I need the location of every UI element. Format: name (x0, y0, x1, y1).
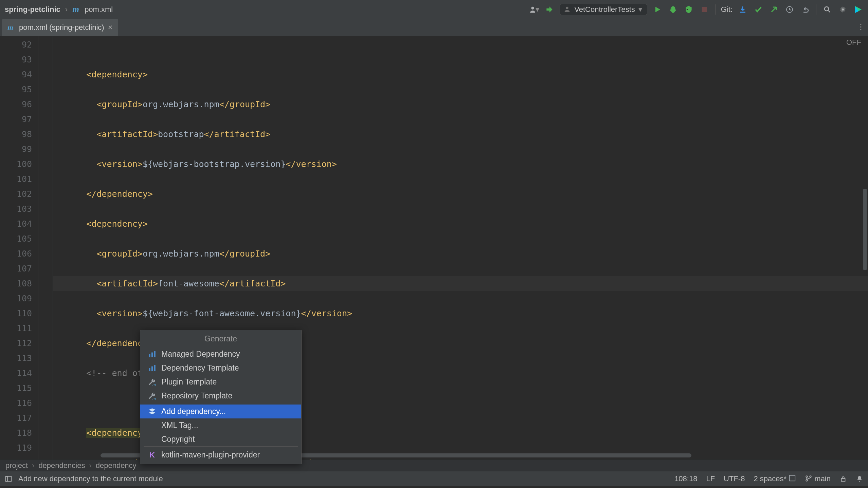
tool-window-icon[interactable] (5, 475, 12, 483)
jetbrains-logo-icon[interactable] (853, 4, 863, 15)
coverage-icon[interactable] (683, 4, 694, 15)
separator (816, 4, 816, 15)
svg-rect-9 (149, 368, 150, 371)
git-commit-icon[interactable] (753, 4, 764, 15)
line-separator[interactable]: LF (706, 474, 715, 483)
crumb[interactable]: dependency (96, 461, 137, 470)
chevron-right-icon: › (65, 5, 68, 14)
popup-item-dependency-template[interactable]: Dependency Template (140, 361, 301, 375)
lock-icon[interactable] (839, 475, 847, 483)
svg-rect-1 (702, 7, 707, 12)
stack-icon (148, 407, 157, 416)
svg-rect-10 (151, 366, 153, 371)
status-bar: Add new dependency to the current module… (0, 471, 868, 486)
fold-gutter[interactable] (35, 36, 53, 459)
editor-tabs: m pom.xml (spring-petclinic) ✕ ⋮ (0, 19, 868, 36)
search-icon[interactable] (822, 4, 833, 15)
popup-item-repository-template[interactable]: m Repository Template (140, 389, 301, 403)
tab-label: pom.xml (spring-petclinic) (19, 23, 104, 32)
git-push-icon[interactable] (768, 4, 779, 15)
svg-rect-16 (790, 475, 795, 481)
build-icon[interactable] (544, 4, 555, 15)
generate-popup: Generate Managed Dependency Dependency T… (140, 330, 302, 464)
svg-text:m: m (7, 23, 13, 32)
gear-icon[interactable] (837, 4, 848, 15)
maven-icon: m (72, 5, 82, 14)
wrench-icon: m (148, 392, 157, 400)
project-name[interactable]: spring-petclinic (5, 5, 60, 14)
svg-rect-8 (154, 351, 155, 357)
chevron-right-icon: › (32, 461, 34, 470)
bell-icon[interactable] (856, 475, 863, 483)
popup-title: Generate (140, 332, 301, 347)
crumb[interactable]: dependencies (38, 461, 85, 470)
code-with-me-icon[interactable]: ▾ (528, 4, 539, 15)
line-number-gutter: 92939495 96979899 100101102103 104105106… (0, 36, 35, 459)
maven-icon: m (7, 23, 16, 32)
git-label: Git: (721, 5, 733, 14)
popup-item-xml-tag[interactable]: XML Tag... (140, 418, 301, 432)
close-icon[interactable]: ✕ (108, 24, 113, 31)
svg-rect-20 (842, 478, 845, 481)
svg-rect-11 (154, 365, 155, 371)
inspection-off-badge[interactable]: OFF (846, 38, 861, 47)
run-config-label: VetControllerTests (574, 5, 635, 14)
svg-point-18 (806, 480, 808, 481)
git-branch[interactable]: main (805, 474, 831, 483)
file-name[interactable]: pom.xml (85, 5, 113, 14)
popup-item-plugin-template[interactable]: m Plugin Template (140, 375, 301, 389)
svg-rect-7 (151, 352, 153, 357)
popup-item-add-dependency[interactable]: Add dependency... (140, 405, 301, 418)
bars-icon (148, 350, 157, 359)
popup-item-copyright[interactable]: Copyright (140, 432, 301, 446)
svg-point-19 (810, 476, 811, 477)
editor[interactable]: OFF 92939495 96979899 100101102103 10410… (0, 36, 868, 459)
navigation-bar: spring-petclinic › m pom.xml ▾ VetContro… (0, 0, 868, 19)
stop-icon[interactable] (699, 4, 710, 15)
debug-icon[interactable] (668, 4, 679, 15)
svg-rect-15 (6, 476, 8, 481)
history-icon[interactable] (784, 4, 795, 15)
popup-item-managed-dependency[interactable]: Managed Dependency (140, 347, 301, 361)
indent-settings[interactable]: 2 spaces* (754, 474, 796, 483)
status-hint: Add new dependency to the current module (18, 474, 163, 483)
caret-position[interactable]: 108:18 (674, 474, 697, 483)
svg-text:m: m (152, 382, 156, 386)
crumb[interactable]: project (5, 461, 28, 470)
undo-icon[interactable] (800, 4, 811, 15)
svg-point-17 (806, 476, 808, 477)
svg-text:m: m (72, 5, 79, 14)
separator (715, 4, 716, 15)
error-stripe[interactable] (862, 36, 868, 459)
wrench-icon: m (148, 378, 157, 387)
file-encoding[interactable]: UTF-8 (724, 474, 745, 483)
svg-text:m: m (152, 396, 156, 400)
popup-item-kotlin-plugin[interactable]: K kotlin-maven-plugin-provider (140, 448, 301, 462)
kotlin-icon: K (148, 451, 157, 459)
svg-rect-14 (6, 476, 12, 481)
svg-rect-6 (149, 354, 150, 357)
run-config-selector[interactable]: VetControllerTests ▾ (560, 4, 647, 15)
more-icon[interactable]: ⋮ (857, 22, 865, 31)
run-icon[interactable] (652, 4, 663, 15)
svg-point-3 (825, 7, 829, 11)
bars-icon (148, 364, 157, 373)
chevron-right-icon: › (89, 461, 91, 470)
git-pull-icon[interactable] (737, 4, 748, 15)
editor-tab[interactable]: m pom.xml (spring-petclinic) ✕ (2, 19, 118, 36)
breadcrumb-path: spring-petclinic › m pom.xml (5, 5, 113, 14)
editor-breadcrumbs[interactable]: project › dependencies › dependency (0, 459, 868, 471)
